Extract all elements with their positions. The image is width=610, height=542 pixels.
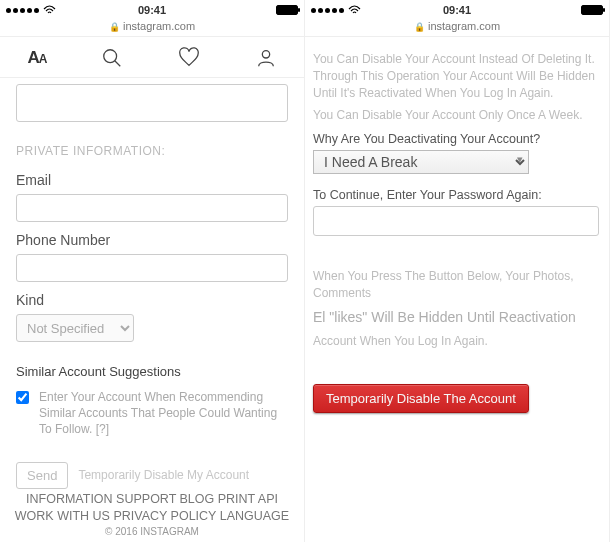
address-bar[interactable]: 🔒 instagram.com (305, 18, 609, 37)
svg-point-0 (104, 50, 117, 63)
email-field[interactable] (16, 194, 288, 222)
right-screenshot: 09:41 🔒 instagram.com You Can Disable Yo… (305, 0, 610, 542)
ios-status-bar: 09:41 (305, 0, 609, 18)
svg-point-2 (262, 51, 269, 58)
label-kind: Kind (16, 292, 288, 308)
battery-icon (581, 5, 603, 15)
wifi-icon (43, 5, 56, 15)
label-email: Email (16, 172, 288, 188)
password-field[interactable] (313, 206, 599, 236)
lock-icon: 🔒 (109, 22, 120, 32)
reason-question: Why Are You Deactivating Your Account? (313, 132, 599, 146)
temporarily-disable-link[interactable]: Temporarily Disable My Account (78, 468, 249, 482)
heart-icon[interactable] (178, 47, 200, 69)
send-button[interactable]: Send (16, 462, 68, 489)
section-private-info: PRIVATE INFORMATION: (16, 144, 288, 158)
address-bar[interactable]: 🔒 instagram.com (0, 18, 304, 37)
lock-icon: 🔒 (414, 22, 425, 32)
status-time: 09:41 (443, 4, 471, 16)
reason-select[interactable]: I Need A Break (313, 150, 529, 174)
disable-intro-2: You Can Disable Your Account Only Once A… (313, 107, 599, 124)
disable-note-1: When You Press The Button Below, Your Ph… (313, 268, 599, 302)
address-host: instagram.com (428, 20, 500, 32)
battery-icon (276, 5, 298, 15)
footer-links-1[interactable]: INFORMATION SUPPORT BLOG PRINT API (6, 491, 298, 508)
label-phone: Phone Number (16, 232, 288, 248)
disable-note-2: El "likes" Will Be Hidden Until Reactiva… (313, 308, 599, 328)
disable-intro-1: You Can Disable Your Account Instead Of … (313, 51, 599, 101)
footer-copyright: © 2016 INSTAGRAM (6, 525, 298, 539)
kind-select[interactable]: Not Specified (16, 314, 134, 342)
footer-links-2[interactable]: WORK WITH US PRIVACY POLICY LANGUAGE (6, 508, 298, 525)
bio-textarea[interactable] (16, 84, 288, 122)
search-icon[interactable] (101, 47, 123, 69)
password-question: To Continue, Enter Your Password Again: (313, 188, 599, 202)
suggestions-text: Enter Your Account When Recommending Sim… (39, 389, 288, 438)
left-screenshot: 09:41 🔒 instagram.com AA PRIVATE INFORMA… (0, 0, 305, 542)
wifi-icon (348, 5, 361, 15)
temporarily-disable-button[interactable]: Temporarily Disable The Account (313, 384, 529, 413)
suggestions-checkbox[interactable] (16, 391, 29, 404)
disable-note-3: Account When You Log In Again. (313, 333, 599, 350)
suggestions-title: Similar Account Suggestions (16, 364, 288, 379)
svg-line-1 (115, 61, 121, 67)
page-footer: INFORMATION SUPPORT BLOG PRINT API WORK … (0, 491, 304, 538)
tab-profile-edit[interactable]: AA (27, 48, 46, 68)
ios-status-bar: 09:41 (0, 0, 304, 18)
top-tab-bar: AA (0, 37, 304, 78)
signal-icon (311, 8, 344, 13)
status-time: 09:41 (138, 4, 166, 16)
signal-icon (6, 8, 39, 13)
address-host: instagram.com (123, 20, 195, 32)
phone-field[interactable] (16, 254, 288, 282)
person-icon[interactable] (255, 47, 277, 69)
